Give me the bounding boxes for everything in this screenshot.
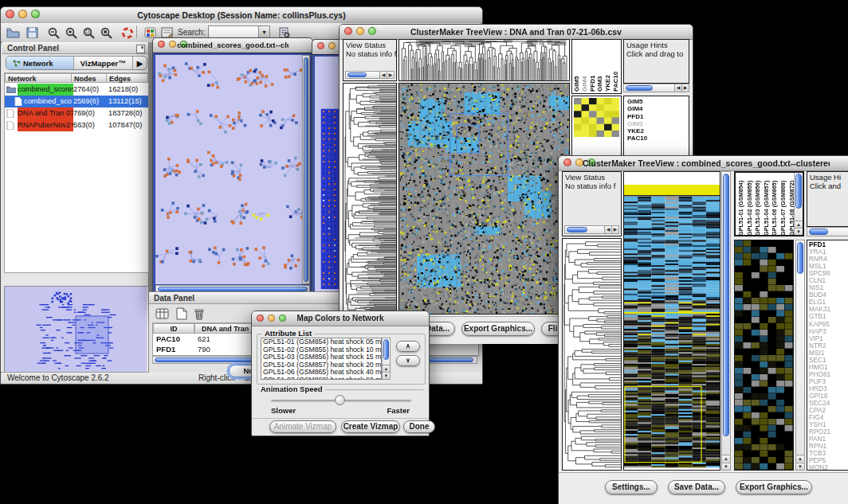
tv2-settings-button[interactable]: Settings... [605,480,658,494]
row-label[interactable]: YKE2 [627,127,685,135]
scroll-left-icon[interactable]: ◀ [604,226,611,233]
row-label[interactable]: GIM4 [627,105,685,112]
row-label[interactable]: GIM5 [627,98,685,105]
tv2-heatmap[interactable] [623,171,720,471]
open-session-icon[interactable] [4,25,22,41]
scroll-up-icon[interactable]: ▲ [796,455,804,462]
scroll-thumb[interactable] [795,174,802,209]
network-row-rnapuber[interactable]: RNAPuberNov2+ 563(0) 107847(0) [5,119,148,131]
zoom-fit-icon[interactable] [98,25,116,41]
col-nodes[interactable]: Nodes [72,73,107,83]
close-icon[interactable] [257,315,264,322]
scroll-thumb[interactable] [304,57,308,282]
tv1-top-dendrogram-canvas[interactable] [399,40,569,80]
tab-more-button[interactable]: ▶ [133,57,147,69]
col-id[interactable]: ID [153,323,194,334]
tv1-column-dendrogram[interactable] [398,39,570,81]
zoom-in-icon[interactable] [63,25,80,41]
minimize-icon[interactable] [328,42,336,49]
scroll-left-icon[interactable]: ◀ [379,72,387,78]
gene-label[interactable]: MON2 [809,464,848,471]
close-icon[interactable] [344,27,352,35]
tv1-heatmap[interactable] [398,83,570,315]
tv2-zoom-heatmap[interactable] [734,240,794,471]
tv1-row-dendrogram[interactable] [343,83,397,315]
scroll-up-icon[interactable]: ▲ [383,365,390,372]
animate-vizmap-button[interactable]: Animate Vizmap [269,420,336,433]
close-icon[interactable] [317,42,324,49]
zoom-selected-region-icon[interactable] [80,25,98,41]
save-session-icon[interactable] [23,25,41,41]
window-a-vscrollbar[interactable] [302,55,310,284]
minimize-icon[interactable] [169,41,176,48]
attribute-list-vscrollbar[interactable]: ▲ ▼ [382,338,391,380]
network-row-combined-scores[interactable]: combined_scores 2764(0) 16218(0) [5,84,148,96]
scroll-down-icon[interactable]: ▼ [796,463,804,470]
scroll-down-icon[interactable]: ▼ [722,463,730,470]
tv1-heatmap-canvas[interactable] [399,84,569,314]
scroll-right-icon[interactable]: ▶ [611,226,618,233]
main-title-bar[interactable]: Cytoscape Desktop (Session Name: collins… [1,7,482,24]
tv1-status-hscrollbar[interactable]: ◀ ▶ [345,71,395,79]
scroll-right-icon[interactable]: ▶ [387,72,394,78]
cell-value[interactable]: 790 [194,344,210,354]
birdseye-canvas[interactable] [5,287,147,376]
row-label[interactable]: PAC10 [627,135,685,142]
scroll-up-icon[interactable]: ▲ [795,221,803,228]
scroll-thumb[interactable] [347,72,367,77]
scroll-left-icon[interactable]: ◀ [674,84,681,92]
scroll-right-icon[interactable]: ▶ [681,84,689,92]
scroll-up-icon[interactable]: ▲ [722,455,730,462]
scroll-thumb[interactable] [383,339,389,360]
tv2-export-graphics-button[interactable]: Export Graphics... [736,480,812,494]
tv2-save-data-button[interactable]: Save Data... [668,480,725,494]
close-icon[interactable] [6,10,14,18]
tv2-status-hscrollbar[interactable]: ◀ ▶ [564,225,619,234]
scroll-thumb[interactable] [797,242,803,274]
tv2-heatmap-vscrollbar[interactable]: ▲ ▼ [721,171,731,471]
tab-vizmapper[interactable]: VizMapper™ [74,57,133,69]
tv2-hints-hscrollbar[interactable] [807,227,848,236]
scroll-thumb[interactable] [626,85,653,91]
tv1-left-dendrogram-canvas[interactable] [344,84,396,314]
new-attribute-icon[interactable] [173,306,190,322]
zoom-out-icon[interactable] [45,25,63,41]
attribute-item[interactable]: GPL51-07 (GSM868) heat shock 60 min [261,377,381,380]
tv2-genes-vscrollbar[interactable]: ▲ ▼ [795,240,805,471]
tv2-heatmap-canvas[interactable] [624,172,720,470]
col-edges[interactable]: Edges [107,73,148,83]
close-icon[interactable] [158,41,165,48]
dialog-title-bar[interactable]: Map Colors to Network [252,311,429,326]
cell-id[interactable]: PFD1 [153,344,198,354]
delete-attribute-icon[interactable] [190,306,208,322]
minimize-icon[interactable] [268,315,275,322]
scroll-thumb[interactable] [723,174,729,436]
cell-value[interactable]: 621 [194,334,210,344]
create-vizmap-button[interactable]: Create Vizmap [341,420,400,433]
move-attribute-down-button[interactable]: ∨ [396,355,420,366]
tv1-export-graphics-button[interactable]: Export Graphics... [461,322,535,336]
tv2-labels-vscrollbar[interactable]: ▲ ▼ [794,173,803,235]
cell-id[interactable]: PAC10 [153,334,198,344]
network-row-dna-tran[interactable]: DNA and Tran 07 769(0) 183728(0) [5,107,148,119]
scroll-down-icon[interactable]: ▼ [383,372,390,379]
help-ring-icon[interactable] [119,25,136,41]
scroll-thumb[interactable] [809,229,828,235]
close-icon[interactable] [563,158,571,166]
birdseye-view[interactable] [4,286,149,378]
row-label[interactable]: GIM3 [627,120,685,127]
tv2-row-dendrogram[interactable] [562,238,622,471]
scroll-down-icon[interactable]: ▼ [795,228,803,235]
window-a-title-bar[interactable]: combined_scores_good.txt--cluste... [153,38,312,53]
float-panel-icon[interactable] [136,45,145,53]
treeview1-title-bar[interactable]: ClusterMaker TreeView : DNA and Tran 07-… [340,25,693,40]
tv1-similarity-matrix-canvas[interactable] [574,98,619,137]
row-label[interactable]: PFD1 [627,113,685,120]
tv2-zoom-heatmap-canvas[interactable] [735,240,793,470]
speed-slider-thumb[interactable] [335,395,345,405]
network-canvas-a[interactable] [155,55,302,284]
tv1-hints-hscrollbar[interactable]: ◀ ▶ [623,84,689,92]
treeview2-title-bar[interactable]: ClusterMaker TreeView : combined_scores_… [559,156,848,171]
done-button[interactable]: Done [403,420,435,433]
tab-network[interactable]: Network [6,57,74,69]
